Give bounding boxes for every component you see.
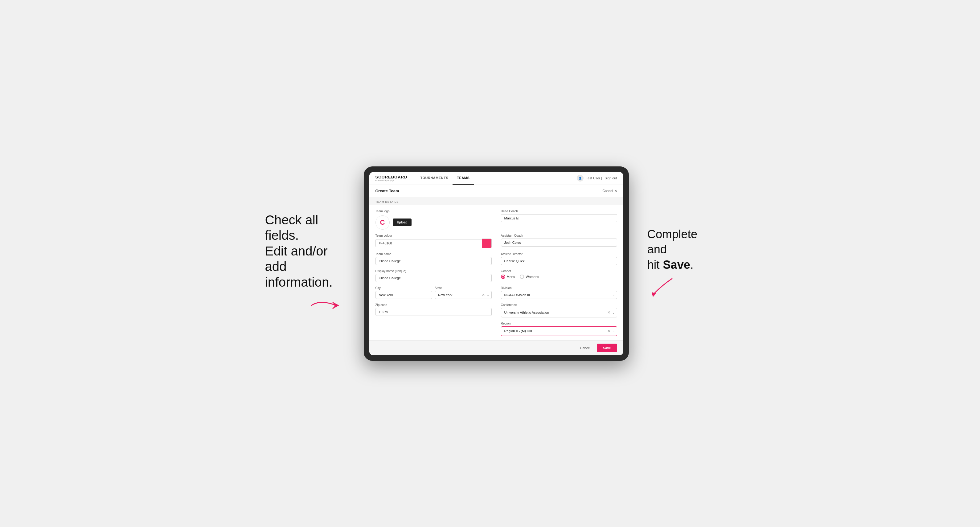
division-input[interactable] [501,291,617,299]
cancel-button[interactable]: Cancel [577,344,594,352]
division-label: Division [501,286,617,290]
tablet-screen: SCOREBOARD Powered by clippd TOURNAMENTS… [369,172,623,356]
division-field: Division ⌄ [501,286,617,299]
svg-marker-0 [334,303,339,308]
svg-marker-1 [652,292,656,297]
athletic-director-label: Athletic Director [501,252,617,256]
conference-clear-icon[interactable]: ✕ [607,310,610,315]
region-field: Region Region II - (M) DIII ✕ ⌄ [501,322,617,336]
close-icon: ✕ [614,189,617,193]
athletic-director-field: Athletic Director [501,252,617,265]
team-logo-field: Team logo C Upload [375,210,492,230]
team-colour-field: Team colour [375,234,492,248]
team-name-input[interactable] [375,257,492,265]
region-value[interactable]: Region II - (M) DIII [501,326,617,336]
form-footer: Cancel Save [369,340,623,356]
signout-link[interactable]: Sign out [605,176,617,180]
left-annotation-text: Check all fields. Edit and/or add inform… [265,212,345,290]
head-coach-field: Head Coach [501,210,617,230]
nav-right: 👤 Test User | Sign out [577,175,617,181]
tablet-frame: SCOREBOARD Powered by clippd TOURNAMENTS… [364,167,629,361]
user-avatar: 👤 [577,175,584,181]
state-clear-icon[interactable]: ✕ [482,293,485,297]
conference-select-wrapper: University Athletic Association ✕ ⌄ [501,308,617,317]
gender-womens-radio[interactable]: Womens [520,275,539,279]
nav-items: TOURNAMENTS TEAMS [416,172,474,185]
head-coach-input[interactable] [501,214,617,222]
womens-radio-dot [520,275,524,279]
left-arrow-icon [308,296,345,315]
logo-area: C Upload [375,216,492,230]
assistant-coach-label: Assistant Coach [501,234,617,237]
state-label: State [435,286,492,290]
left-annotation: Check all fields. Edit and/or add inform… [265,212,345,315]
brand-name: SCOREBOARD [375,175,407,179]
head-coach-label: Head Coach [501,210,617,213]
athletic-director-input[interactable] [501,257,617,265]
team-colour-input[interactable] [375,239,482,247]
team-name-field: Team name [375,252,492,265]
team-name-label: Team name [375,252,492,256]
form-body: Team logo C Upload Head Coach [369,205,623,340]
form-container: Create Team Cancel ✕ TEAM DETAILS Te [369,185,623,356]
state-select-wrapper: ✕ ⌄ [435,291,492,299]
colour-swatch[interactable] [482,238,492,248]
section-label: TEAM DETAILS [369,197,623,205]
display-name-input[interactable] [375,274,492,282]
user-label: Test User | [586,176,602,180]
state-field: State ✕ ⌄ [435,286,492,299]
display-name-field: Display name (unique) [375,269,492,282]
main-content: Create Team Cancel ✕ TEAM DETAILS Te [369,185,623,356]
upload-button[interactable]: Upload [393,219,412,226]
empty-spacer [375,322,492,336]
nav-teams[interactable]: TEAMS [453,172,474,185]
gender-mens-radio[interactable]: Mens [501,275,515,279]
assistant-coach-field: Assistant Coach [501,234,617,248]
division-select-wrapper: ⌄ [501,291,617,299]
right-annotation: Complete and hit Save. [648,227,715,300]
nav-tournaments[interactable]: TOURNAMENTS [416,172,453,185]
logo-circle: C [375,216,390,230]
form-header: Create Team Cancel ✕ [369,185,623,197]
region-clear-icon[interactable]: ✕ [607,329,610,333]
brand-logo: SCOREBOARD Powered by clippd [375,175,407,181]
top-nav: SCOREBOARD Powered by clippd TOURNAMENTS… [369,172,623,185]
brand-sub: Powered by clippd [375,179,407,181]
conference-value[interactable]: University Athletic Association [501,308,617,317]
team-colour-label: Team colour [375,234,492,237]
state-dropdown-icon: ⌄ [487,293,489,297]
region-select-wrapper: Region II - (M) DIII ✕ ⌄ [501,326,617,336]
gender-field: Gender Mens Womens [501,269,617,282]
gender-label: Gender [501,269,617,273]
conference-label: Conference [501,303,617,306]
save-button[interactable]: Save [597,344,617,352]
right-annotation-text: Complete and hit Save. [648,227,715,273]
colour-row [375,238,492,248]
mens-radio-dot [501,275,505,279]
team-logo-label: Team logo [375,210,492,213]
city-input[interactable] [375,291,433,299]
city-state-row: City State ✕ ⌄ [375,286,492,299]
display-name-label: Display name (unique) [375,269,492,273]
zip-field: Zip code [375,303,492,317]
gender-row: Mens Womens [501,275,617,279]
zip-label: Zip code [375,303,492,306]
conference-field: Conference University Athletic Associati… [501,303,617,317]
city-field: City [375,286,433,299]
region-label: Region [501,322,617,325]
city-label: City [375,286,433,290]
right-arrow-icon [648,276,678,300]
city-state-group: City State ✕ ⌄ [375,286,492,299]
assistant-coach-input[interactable] [501,238,617,246]
cancel-x-button[interactable]: Cancel ✕ [602,189,617,193]
zip-input[interactable] [375,308,492,316]
form-title: Create Team [375,189,399,193]
